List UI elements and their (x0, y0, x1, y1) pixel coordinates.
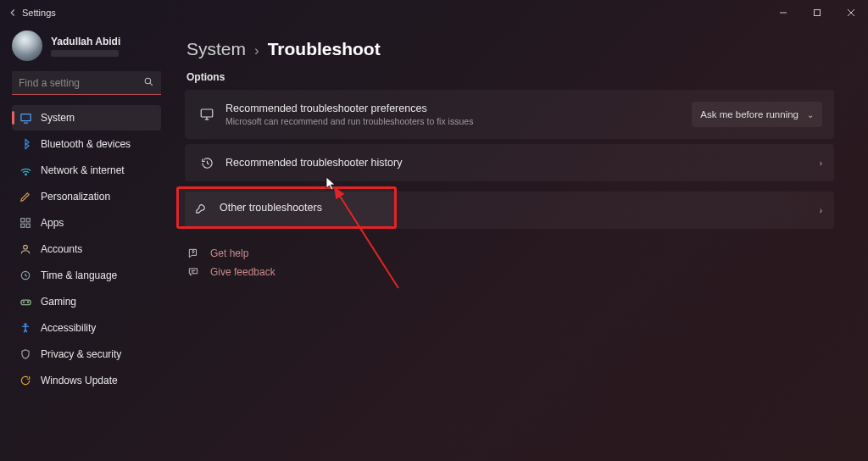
sidebar-item-label: Windows Update (41, 375, 118, 386)
svg-rect-13 (20, 300, 30, 305)
main-content: System › Troubleshoot Options Recommende… (170, 25, 868, 394)
breadcrumb-parent[interactable]: System (186, 39, 246, 59)
dropdown-value: Ask me before running (700, 109, 798, 119)
chevron-right-icon: › (820, 158, 822, 168)
nav-list: System Bluetooth & devices Network & int… (12, 105, 161, 393)
sidebar-item-label: Gaming (41, 296, 76, 308)
link-label: Give feedback (210, 266, 275, 278)
search-box[interactable] (12, 71, 161, 95)
sidebar-item-label: Time & language (41, 269, 117, 281)
help-icon (186, 247, 200, 259)
sidebar-item-label: Network & internet (41, 164, 125, 176)
sidebar-item-system[interactable]: System (12, 105, 161, 131)
close-button[interactable] (834, 0, 868, 25)
svg-rect-16 (201, 109, 213, 117)
sidebar-item-personalization[interactable]: Personalization (12, 184, 161, 209)
sidebar: Yadullah Abidi System Bluetooth & device… (0, 25, 170, 394)
sidebar-item-network[interactable]: Network & internet (12, 158, 161, 183)
breadcrumb-sep-icon: › (254, 42, 259, 59)
sidebar-item-label: Accessibility (41, 322, 96, 334)
privacy-icon (19, 348, 32, 360)
sidebar-item-label: Apps (41, 217, 64, 229)
bluetooth-icon (19, 138, 32, 150)
gaming-icon (19, 296, 32, 308)
card-subtitle: Microsoft can recommend and run troubles… (225, 116, 692, 126)
window-title: Settings (22, 8, 56, 18)
sidebar-item-update[interactable]: Windows Update (12, 368, 161, 393)
svg-point-6 (25, 174, 26, 175)
breadcrumb: System › Troubleshoot (186, 39, 834, 59)
history-icon (197, 156, 217, 170)
sidebar-item-label: Bluetooth & devices (41, 138, 131, 150)
chevron-down-icon: ⌄ (807, 110, 814, 119)
sidebar-item-privacy[interactable]: Privacy & security (12, 342, 161, 367)
get-help-link[interactable]: Get help (185, 244, 834, 263)
svg-rect-1 (815, 10, 821, 16)
feedback-icon (186, 266, 200, 278)
search-input[interactable] (12, 71, 161, 95)
sidebar-item-label: Personalization (41, 191, 110, 203)
card-recommended-prefs[interactable]: Recommended troubleshooter preferences M… (185, 90, 834, 139)
minimize-button[interactable] (766, 0, 800, 25)
time-icon (19, 269, 32, 281)
accessibility-icon (19, 322, 32, 334)
card-title: Recommended troubleshooter history (225, 157, 820, 169)
svg-point-2 (145, 78, 151, 84)
give-feedback-link[interactable]: Give feedback (185, 263, 834, 281)
search-icon (143, 76, 154, 87)
card-history[interactable]: Recommended troubleshooter history › (185, 144, 834, 181)
sidebar-item-time[interactable]: Time & language (12, 263, 161, 288)
sidebar-item-bluetooth[interactable]: Bluetooth & devices (12, 131, 161, 157)
svg-line-3 (150, 83, 153, 86)
help-links: Get help Give feedback (185, 244, 834, 281)
monitor-icon (197, 107, 217, 122)
card-title: Recommended troubleshooter preferences (225, 103, 692, 114)
maximize-button[interactable] (800, 0, 834, 25)
sidebar-item-label: Privacy & security (41, 348, 121, 360)
chevron-right-icon: › (820, 206, 822, 215)
card-title: Other troubleshooters (220, 202, 382, 214)
system-icon (19, 112, 32, 125)
sidebar-item-label: Accounts (41, 243, 82, 255)
user-block[interactable]: Yadullah Abidi (12, 31, 161, 61)
svg-rect-4 (20, 114, 30, 120)
card-other-troubleshooters[interactable]: Other troubleshooters (179, 189, 394, 226)
svg-rect-7 (21, 219, 25, 222)
sidebar-item-accessibility[interactable]: Accessibility (12, 315, 161, 341)
personalization-icon (19, 191, 32, 203)
back-icon[interactable] (7, 7, 22, 19)
network-icon (19, 164, 32, 177)
svg-point-15 (25, 324, 26, 325)
annotation-highlight-box: Other troubleshooters (176, 186, 397, 229)
svg-rect-8 (26, 219, 30, 222)
sidebar-item-accounts[interactable]: Accounts (12, 236, 161, 262)
user-name: Yadullah Abidi (51, 36, 120, 47)
link-label: Get help (210, 247, 248, 259)
accounts-icon (19, 243, 32, 255)
page-title: Troubleshoot (268, 39, 381, 59)
sidebar-item-apps[interactable]: Apps (12, 210, 161, 236)
prefs-dropdown[interactable]: Ask me before running ⌄ (692, 102, 822, 127)
avatar (12, 31, 42, 61)
user-subtext (51, 50, 119, 57)
wrench-icon (191, 201, 211, 215)
update-icon (19, 375, 32, 386)
apps-icon (19, 217, 32, 229)
section-label: Options (186, 71, 834, 83)
svg-point-11 (24, 245, 28, 249)
sidebar-item-gaming[interactable]: Gaming (12, 289, 161, 314)
svg-rect-9 (21, 224, 25, 227)
svg-point-14 (27, 301, 28, 302)
sidebar-item-label: System (41, 112, 75, 124)
svg-rect-10 (26, 224, 30, 227)
